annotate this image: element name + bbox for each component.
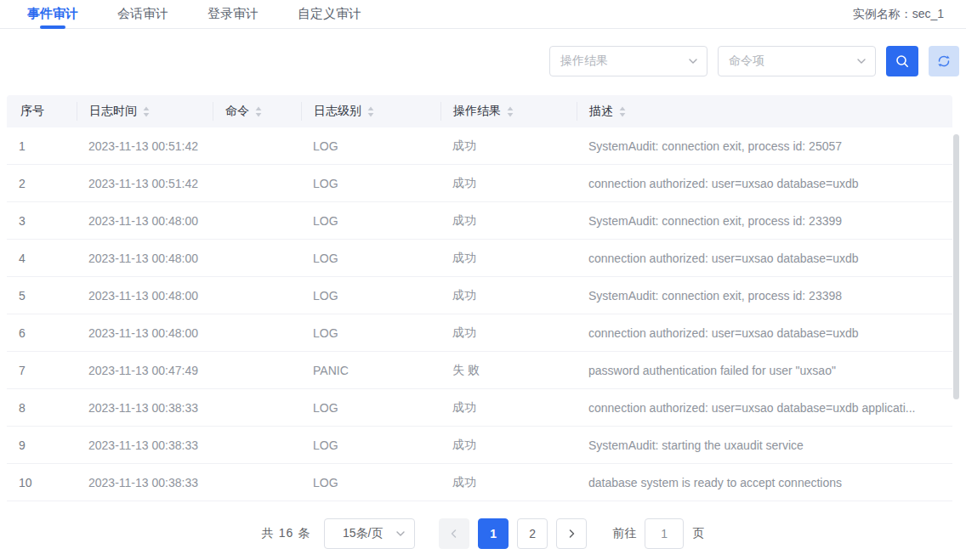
chevron-left-icon xyxy=(449,529,459,539)
cell-log-level: LOG xyxy=(301,326,440,340)
table-row: 12023-11-13 00:51:42LOG成功SystemAudit: co… xyxy=(7,127,952,165)
cell-log-level: LOG xyxy=(301,438,440,452)
goto-label: 前往 xyxy=(612,526,636,541)
command-placeholder: 命令项 xyxy=(729,54,764,69)
total-count-label: 共 16 条 xyxy=(262,526,310,541)
cell-operation-result: 成功 xyxy=(440,438,577,453)
cell-log-time: 2023-11-13 00:48:00 xyxy=(77,289,213,303)
cell-log-level: LOG xyxy=(301,289,440,303)
operation-result-select[interactable]: 操作结果 xyxy=(549,46,707,76)
page-button-2[interactable]: 2 xyxy=(517,518,548,549)
chevron-down-icon xyxy=(395,529,406,539)
tab-session-audit[interactable]: 会话审计 xyxy=(117,0,168,28)
table-body: 12023-11-13 00:51:42LOG成功SystemAudit: co… xyxy=(7,127,952,501)
prev-page-button[interactable] xyxy=(439,518,469,549)
table-row: 62023-11-13 00:48:00LOG成功connection auth… xyxy=(7,314,952,352)
instance-value: sec_1 xyxy=(912,7,944,20)
table-row: 72023-11-13 00:47:49PANIC失 败password aut… xyxy=(7,352,952,389)
cell-description: password authentication failed for user … xyxy=(577,364,952,377)
cell-operation-result: 成功 xyxy=(440,251,577,266)
audit-table: 序号 日志时间 命令 日志级别 操作结果 描述 12023-11-13 00:5… xyxy=(7,95,952,501)
instance-name: 实例名称：sec_1 xyxy=(853,7,944,22)
cell-log-level: LOG xyxy=(301,401,440,415)
cell-log-time: 2023-11-13 00:38:33 xyxy=(77,401,213,415)
cell-index: 5 xyxy=(7,289,77,303)
cell-operation-result: 成功 xyxy=(440,325,577,341)
column-header-description[interactable]: 描述 xyxy=(577,102,952,121)
cell-description: connection authorized: user=uxsao databa… xyxy=(577,401,952,415)
column-header-operation-result[interactable]: 操作结果 xyxy=(440,102,577,121)
column-header-index: 序号 xyxy=(7,102,77,121)
sort-icon[interactable] xyxy=(506,106,514,117)
sort-icon[interactable] xyxy=(254,106,263,117)
tab-event-audit[interactable]: 事件审计 xyxy=(27,0,78,28)
cell-description: SystemAudit: connection exit, process id… xyxy=(577,214,952,228)
cell-log-level: LOG xyxy=(301,177,440,190)
table-row: 32023-11-13 00:48:00LOG成功SystemAudit: co… xyxy=(7,202,952,240)
cell-index: 2 xyxy=(7,177,77,190)
sort-icon[interactable] xyxy=(367,106,375,117)
event-audit-page: 事件审计 会话审计 登录审计 自定义审计 实例名称：sec_1 操作结果 命令项 xyxy=(0,0,966,560)
cell-log-time: 2023-11-13 00:47:49 xyxy=(77,364,213,377)
cell-log-level: LOG xyxy=(301,139,440,153)
table-row: 22023-11-13 00:51:42LOG成功connection auth… xyxy=(7,165,952,202)
cell-log-time: 2023-11-13 00:48:00 xyxy=(77,214,213,228)
column-header-command[interactable]: 命令 xyxy=(213,102,301,121)
goto-unit-label: 页 xyxy=(692,526,704,541)
cell-operation-result: 成功 xyxy=(440,400,577,416)
cell-operation-result: 失 败 xyxy=(440,363,577,378)
page-button-1[interactable]: 1 xyxy=(478,518,509,549)
table-scrollbar-thumb[interactable] xyxy=(953,134,959,399)
chevron-down-icon xyxy=(856,56,867,66)
tabs: 事件审计 会话审计 登录审计 自定义审计 xyxy=(0,0,966,28)
cell-log-time: 2023-11-13 00:38:33 xyxy=(77,438,213,452)
column-header-log-time[interactable]: 日志时间 xyxy=(77,102,213,121)
cell-description: connection authorized: user=uxsao databa… xyxy=(577,177,952,190)
refresh-button[interactable] xyxy=(929,46,959,76)
page-size-value: 15条/页 xyxy=(343,526,383,541)
chevron-down-icon xyxy=(688,56,698,66)
cell-operation-result: 成功 xyxy=(440,176,577,191)
table-header: 序号 日志时间 命令 日志级别 操作结果 描述 xyxy=(7,95,952,127)
tab-custom-audit[interactable]: 自定义审计 xyxy=(298,0,361,28)
cell-description: SystemAudit: connection exit, process id… xyxy=(577,289,952,303)
column-header-log-level[interactable]: 日志级别 xyxy=(301,102,440,121)
cell-index: 10 xyxy=(7,476,77,489)
cell-description: SystemAudit: connection exit, process id… xyxy=(577,139,952,153)
sort-icon[interactable] xyxy=(142,106,151,117)
cell-log-time: 2023-11-13 00:48:00 xyxy=(77,326,213,340)
search-button[interactable] xyxy=(886,46,918,76)
cell-log-level: LOG xyxy=(301,476,440,489)
cell-description: SystemAudit: starting the uxaudit servic… xyxy=(577,438,952,452)
command-select[interactable]: 命令项 xyxy=(718,46,876,76)
cell-index: 4 xyxy=(7,252,77,265)
cell-operation-result: 成功 xyxy=(440,213,577,229)
cell-log-time: 2023-11-13 00:51:42 xyxy=(77,139,213,153)
cell-operation-result: 成功 xyxy=(440,288,577,303)
cell-index: 7 xyxy=(7,364,77,377)
goto-page-input[interactable] xyxy=(645,518,684,549)
table-row: 102023-11-13 00:38:33LOG成功database syste… xyxy=(7,464,952,501)
cell-index: 8 xyxy=(7,401,77,415)
cell-log-level: PANIC xyxy=(301,364,440,377)
table-row: 82023-11-13 00:38:33LOG成功connection auth… xyxy=(7,389,952,427)
sort-icon[interactable] xyxy=(618,106,627,117)
operation-result-placeholder: 操作结果 xyxy=(560,54,608,69)
cell-description: connection authorized: user=uxsao databa… xyxy=(577,326,952,340)
cell-index: 9 xyxy=(7,438,77,452)
cell-index: 6 xyxy=(7,326,77,340)
chevron-right-icon xyxy=(566,529,577,539)
page-size-select[interactable]: 15条/页 xyxy=(324,518,415,549)
filter-bar: 操作结果 命令项 xyxy=(0,46,959,76)
table-row: 42023-11-13 00:48:00LOG成功connection auth… xyxy=(7,240,952,277)
cell-operation-result: 成功 xyxy=(440,139,577,154)
table-row: 92023-11-13 00:38:33LOG成功SystemAudit: st… xyxy=(7,427,952,464)
cell-index: 1 xyxy=(7,139,77,153)
tab-login-audit[interactable]: 登录审计 xyxy=(207,0,259,28)
cell-description: database system is ready to accept conne… xyxy=(577,476,952,489)
next-page-button[interactable] xyxy=(556,518,587,549)
cell-log-time: 2023-11-13 00:38:33 xyxy=(77,476,213,489)
cell-log-level: LOG xyxy=(301,252,440,265)
cell-description: connection authorized: user=uxsao databa… xyxy=(577,252,952,265)
cell-log-time: 2023-11-13 00:51:42 xyxy=(77,177,213,190)
